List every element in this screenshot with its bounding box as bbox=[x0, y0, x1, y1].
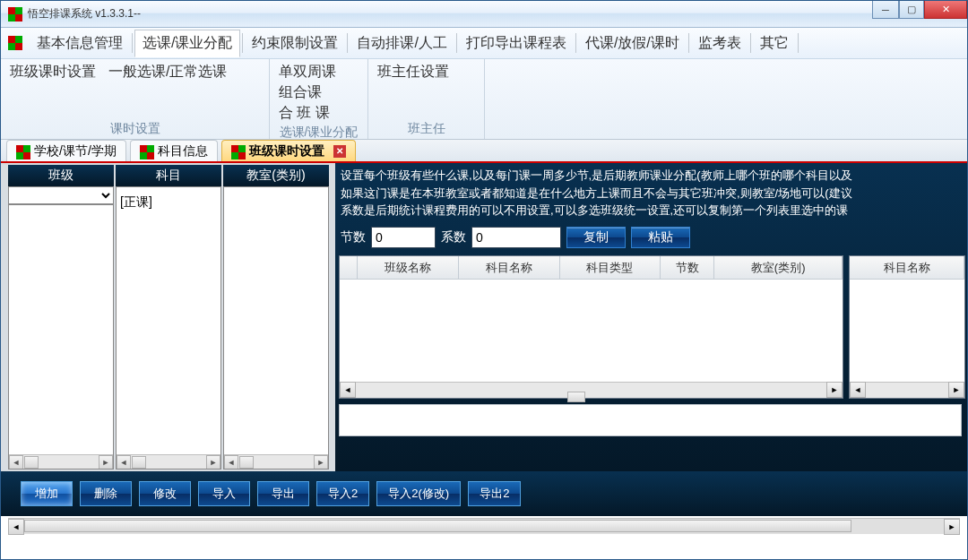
col-subject-header: 科目 bbox=[116, 165, 221, 186]
menu-icon bbox=[8, 36, 22, 50]
action-bar: 增加 删除 修改 导入 导出 导入2 导入2(修改) 导出2 bbox=[1, 471, 967, 516]
scrollbar[interactable]: ◄► bbox=[117, 454, 220, 469]
workarea: 班级 ◄► 科目 [正课] ◄► 教室(类别) ◄► bbox=[1, 163, 967, 471]
grid-col[interactable]: 科目类型 bbox=[560, 256, 661, 279]
toolbar-group-head: 班主任设置 班主任 bbox=[368, 59, 485, 139]
status-area bbox=[339, 404, 962, 436]
menu-basic-info[interactable]: 基本信息管理 bbox=[30, 30, 130, 56]
export2-button[interactable]: 导出2 bbox=[468, 481, 521, 506]
tool-head-teacher[interactable]: 班主任设置 bbox=[377, 63, 475, 82]
edit-button[interactable]: 修改 bbox=[139, 481, 191, 506]
menu-substitute[interactable]: 代课/放假/课时 bbox=[578, 30, 687, 56]
left-panel: 班级 ◄► 科目 [正课] ◄► 教室(类别) ◄► bbox=[1, 163, 335, 471]
tool-oddeven[interactable]: 单双周课 bbox=[279, 63, 359, 82]
tab-label: 学校/课节/学期 bbox=[34, 143, 117, 159]
toolbar-caption-head: 班主任 bbox=[377, 119, 475, 137]
tool-normal-select[interactable]: 一般选课/正常选课 bbox=[108, 63, 227, 82]
scrollbar[interactable]: ◄► bbox=[9, 454, 113, 469]
maximize-button[interactable]: ▢ bbox=[899, 1, 924, 19]
copy-button[interactable]: 复制 bbox=[566, 227, 626, 248]
scrollbar[interactable]: ◄► bbox=[224, 454, 328, 469]
tab-icon bbox=[16, 145, 29, 158]
description-text: 设置每个班级有些什么课,以及每门课一周多少节,是后期教师课业分配(教师上哪个班的… bbox=[335, 163, 965, 223]
app-icon bbox=[8, 7, 22, 22]
xishu-label: 系数 bbox=[441, 229, 466, 246]
jieshu-label: 节数 bbox=[341, 229, 366, 246]
tab-label: 科目信息 bbox=[158, 143, 208, 159]
main-grid[interactable]: 班级名称 科目名称 科目类型 节数 教室(类别) ◄► bbox=[339, 255, 843, 399]
main-window: 悟空排课系统 v1.3.3.1-- ─ ▢ ✕ 基本信息管理 选课/课业分配 约… bbox=[0, 0, 968, 560]
titlebar[interactable]: 悟空排课系统 v1.3.3.1-- ─ ▢ ✕ bbox=[1, 1, 967, 28]
menubar: 基本信息管理 选课/课业分配 约束限制设置 自动排课/人工 打印导出课程表 代课… bbox=[1, 28, 967, 59]
right-panel: 设置每个班级有些什么课,以及每门课一周多少节,是后期教师课业分配(教师上哪个班的… bbox=[335, 163, 967, 471]
tool-merge-class[interactable]: 合 班 课 bbox=[279, 104, 359, 123]
col-room-header: 教室(类别) bbox=[223, 165, 329, 186]
tab-class-period[interactable]: 班级课时设置 ✕ bbox=[221, 140, 356, 161]
room-list[interactable]: ◄► bbox=[223, 186, 329, 470]
tab-school[interactable]: 学校/课节/学期 bbox=[6, 140, 126, 161]
menu-other[interactable]: 其它 bbox=[753, 30, 796, 56]
minimize-button[interactable]: ─ bbox=[872, 1, 899, 19]
close-button[interactable]: ✕ bbox=[924, 1, 967, 19]
import2-button[interactable]: 导入2 bbox=[316, 481, 369, 506]
toolbar-caption-period: 课时设置 bbox=[10, 119, 260, 137]
grid-col[interactable]: 班级名称 bbox=[358, 256, 459, 279]
tool-combine[interactable]: 组合课 bbox=[279, 83, 359, 102]
import-button[interactable]: 导入 bbox=[198, 481, 250, 506]
paste-button[interactable]: 粘贴 bbox=[631, 227, 690, 248]
tab-label: 班级课时设置 bbox=[249, 143, 324, 159]
xishu-input[interactable] bbox=[471, 227, 561, 248]
subject-list[interactable]: [正课] ◄► bbox=[116, 186, 221, 470]
delete-button[interactable]: 删除 bbox=[80, 481, 132, 506]
jieshu-input[interactable] bbox=[371, 227, 436, 248]
grid-body[interactable] bbox=[340, 280, 843, 382]
tab-icon bbox=[231, 145, 244, 158]
col-class-header: 班级 bbox=[8, 165, 114, 186]
menu-print-export[interactable]: 打印导出课程表 bbox=[459, 30, 574, 56]
menu-auto-schedule[interactable]: 自动排课/人工 bbox=[350, 30, 454, 56]
toolbar-caption-assign: 选课/课业分配 bbox=[279, 123, 359, 141]
main-hscrollbar[interactable]: ◄► bbox=[8, 518, 960, 534]
export-button[interactable]: 导出 bbox=[257, 481, 309, 506]
tab-subject[interactable]: 科目信息 bbox=[130, 140, 218, 161]
window-title: 悟空排课系统 v1.3.3.1-- bbox=[28, 6, 141, 22]
list-item[interactable]: [正课] bbox=[118, 189, 219, 216]
grid-col[interactable]: 节数 bbox=[661, 256, 714, 279]
tabstrip: 学校/课节/学期 科目信息 班级课时设置 ✕ bbox=[1, 140, 967, 163]
tab-icon bbox=[140, 145, 152, 158]
grid-scrollbar[interactable]: ◄► bbox=[850, 382, 964, 398]
grid-col[interactable]: 教室(类别) bbox=[714, 256, 843, 279]
ribbon-toolbar: 班级课时设置 一般选课/正常选课 课时设置 单双周课 组合课 合 班 课 选课/… bbox=[1, 59, 967, 140]
grid-body[interactable] bbox=[850, 280, 964, 382]
toolbar-group-period: 班级课时设置 一般选课/正常选课 课时设置 bbox=[1, 59, 270, 139]
grid-scrollbar[interactable]: ◄► bbox=[340, 382, 843, 398]
tab-close-icon[interactable]: ✕ bbox=[333, 145, 346, 158]
add-button[interactable]: 增加 bbox=[21, 481, 73, 506]
tool-class-period[interactable]: 班级课时设置 bbox=[10, 63, 96, 82]
grid-col[interactable]: 科目名称 bbox=[459, 256, 560, 279]
grid-col[interactable]: 科目名称 bbox=[850, 256, 964, 279]
side-grid[interactable]: 科目名称 ◄► bbox=[849, 255, 965, 399]
class-list[interactable]: ◄► bbox=[8, 204, 114, 470]
menu-course-assign[interactable]: 选课/课业分配 bbox=[134, 30, 240, 57]
import2-mod-button[interactable]: 导入2(修改) bbox=[376, 481, 461, 506]
toolbar-group-assign: 单双周课 组合课 合 班 课 选课/课业分配 bbox=[270, 59, 368, 139]
menu-exam[interactable]: 监考表 bbox=[691, 30, 748, 56]
menu-constraint[interactable]: 约束限制设置 bbox=[245, 30, 345, 56]
class-combo[interactable] bbox=[8, 186, 114, 204]
